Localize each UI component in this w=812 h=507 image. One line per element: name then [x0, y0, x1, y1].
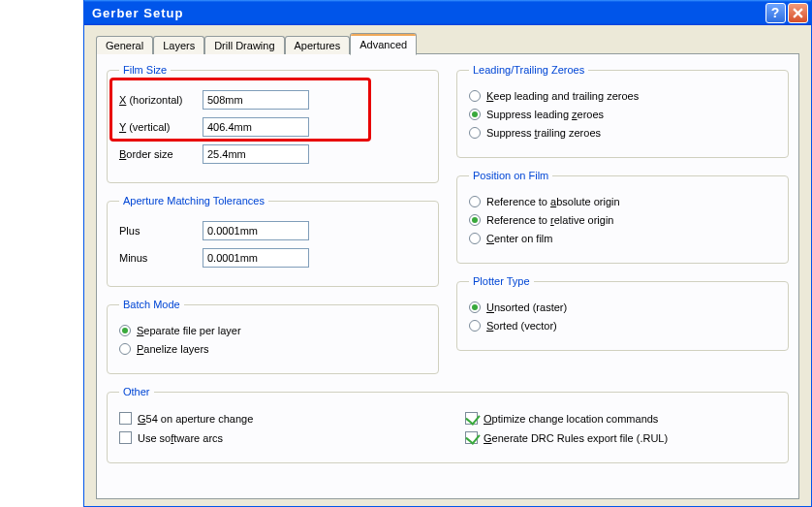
radio-icon: [469, 301, 481, 313]
radio-icon: [469, 214, 481, 226]
radio-icon: [469, 127, 481, 139]
radio-relative-origin[interactable]: Reference to relative origin: [469, 214, 776, 226]
checkbox-icon: [119, 431, 132, 444]
group-film-size: Film Size X (horizontal) Y (vertical) Bo…: [107, 64, 439, 183]
input-y-vertical[interactable]: [203, 117, 309, 137]
radio-label: Unsorted (raster): [486, 301, 567, 313]
check-label: Optimize change location commands: [484, 413, 658, 425]
radio-center-on-film[interactable]: Center on film: [469, 233, 776, 244]
close-icon: [793, 8, 803, 18]
tab-apertures[interactable]: Apertures: [285, 36, 351, 54]
checkbox-icon: [119, 412, 132, 425]
radio-label: Reference to absolute origin: [486, 196, 620, 207]
radio-suppress-leading[interactable]: Suppress leading zeroes: [469, 109, 776, 120]
group-position: Position on Film Reference to absolute o…: [456, 170, 789, 264]
group-plotter-type: Plotter Type Unsorted (raster) Sorted (v…: [456, 275, 789, 351]
tab-layers[interactable]: Layers: [153, 36, 204, 54]
radio-icon: [469, 109, 481, 120]
radio-sorted[interactable]: Sorted (vector): [469, 320, 776, 332]
label-x-horizontal: X (horizontal): [119, 94, 203, 106]
group-legend: Film Size: [119, 64, 171, 76]
check-optimize-commands[interactable]: Optimize change location commands: [465, 412, 776, 425]
check-software-arcs[interactable]: Use software arcs: [119, 431, 430, 444]
radio-label: Separate file per layer: [137, 325, 241, 336]
radio-icon: [469, 196, 481, 207]
group-batch-mode: Batch Mode Separate file per layer Panel…: [107, 299, 439, 374]
radio-label: Reference to relative origin: [486, 214, 613, 226]
label-y-vertical: Y (vertical): [119, 121, 203, 133]
tab-panel-advanced: Film Size X (horizontal) Y (vertical) Bo…: [96, 53, 799, 499]
radio-icon: [469, 90, 481, 102]
group-legend: Other: [119, 386, 154, 397]
titlebar[interactable]: Gerber Setup ?: [84, 0, 811, 25]
radio-icon: [119, 343, 131, 355]
group-zeroes: Leading/Trailing Zeroes Keep leading and…: [456, 64, 789, 158]
radio-icon: [119, 325, 131, 336]
tab-drill-drawing[interactable]: Drill Drawing: [204, 36, 284, 54]
radio-icon: [469, 233, 481, 244]
client-area: General Layers Drill Drawing Apertures A…: [84, 25, 811, 507]
checkbox-icon: [465, 412, 478, 425]
group-other: Other G54 on aperture change Use softwar…: [107, 386, 789, 463]
radio-suppress-trailing[interactable]: Suppress trailing zeroes: [469, 127, 776, 139]
tabstrip: General Layers Drill Drawing Apertures A…: [96, 32, 799, 53]
group-legend: Position on Film: [469, 170, 552, 181]
radio-label: Suppress leading zeroes: [486, 109, 604, 120]
radio-label: Suppress trailing zeroes: [486, 127, 601, 139]
radio-label: Keep leading and trailing zeroes: [486, 90, 639, 102]
check-label: G54 on aperture change: [138, 413, 253, 425]
radio-label: Sorted (vector): [486, 320, 557, 332]
label-minus: Minus: [119, 252, 203, 264]
input-x-horizontal[interactable]: [203, 90, 309, 110]
radio-panelize-layers[interactable]: Panelize layers: [119, 343, 426, 355]
group-legend: Aperture Matching Tolerances: [119, 195, 268, 206]
group-legend: Leading/Trailing Zeroes: [469, 64, 588, 76]
left-column: Film Size X (horizontal) Y (vertical) Bo…: [107, 64, 439, 386]
window-title: Gerber Setup: [92, 6, 764, 20]
group-legend: Plotter Type: [469, 275, 534, 287]
label-plus: Plus: [119, 225, 203, 237]
input-plus[interactable]: [203, 221, 309, 240]
help-button[interactable]: ?: [765, 3, 786, 23]
tab-advanced[interactable]: Advanced: [350, 33, 417, 55]
group-aperture-tolerances: Aperture Matching Tolerances Plus Minus: [107, 195, 439, 287]
radio-unsorted[interactable]: Unsorted (raster): [469, 301, 776, 313]
radio-icon: [469, 320, 481, 332]
input-border-size[interactable]: [203, 144, 309, 164]
radio-keep-zeroes[interactable]: Keep leading and trailing zeroes: [469, 90, 776, 102]
check-label: Generate DRC Rules export file (.RUL): [484, 432, 668, 444]
dialog-window: Gerber Setup ? General Layers Drill Draw…: [83, 0, 812, 507]
input-minus[interactable]: [203, 248, 309, 268]
label-border-size: Border size: [119, 148, 203, 160]
close-button[interactable]: [788, 3, 808, 23]
check-g54[interactable]: G54 on aperture change: [119, 412, 430, 425]
group-legend: Batch Mode: [119, 299, 184, 310]
checkbox-icon: [465, 431, 478, 444]
radio-separate-file[interactable]: Separate file per layer: [119, 325, 426, 336]
radio-label: Panelize layers: [137, 343, 209, 355]
tab-general[interactable]: General: [96, 36, 153, 54]
check-label: Use software arcs: [138, 432, 223, 444]
radio-absolute-origin[interactable]: Reference to absolute origin: [469, 196, 776, 207]
right-column: Leading/Trailing Zeroes Keep leading and…: [456, 64, 789, 386]
radio-label: Center on film: [486, 233, 552, 244]
check-generate-drc[interactable]: Generate DRC Rules export file (.RUL): [465, 431, 776, 444]
